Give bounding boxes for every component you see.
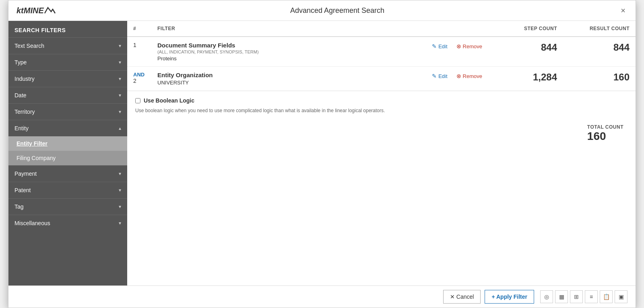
col-header-step-count: STEP COUNT <box>491 21 563 37</box>
sidebar-item-territory[interactable]: Territory ▾ <box>8 103 127 120</box>
sidebar-item-label: Patent <box>14 187 31 193</box>
sidebar-item-tag[interactable]: Tag ▾ <box>8 198 127 215</box>
sidebar-item-patent[interactable]: Patent ▾ <box>8 182 127 198</box>
boolean-section: Use Boolean Logic Use boolean logic when… <box>127 91 636 120</box>
sidebar-item-entity[interactable]: Entity ▴ <box>8 120 127 136</box>
sidebar-item-miscellaneous[interactable]: Miscellaneous ▾ <box>8 215 127 231</box>
result-count-value-2: 160 <box>613 72 630 82</box>
footer-icon-btn-4[interactable]: ≡ <box>585 290 598 303</box>
sidebar-item-label: Industry <box>14 76 35 82</box>
filter-actions-1: ✎ Edit ⊗ Remove <box>423 37 491 67</box>
content-area: # FILTER STEP COUNT RESULT COUNT 1 Do <box>127 21 636 285</box>
filters-table: # FILTER STEP COUNT RESULT COUNT 1 Do <box>127 21 636 91</box>
chevron-down-icon: ▾ <box>119 220 121 226</box>
pie-chart-icon: ◎ <box>544 294 549 300</box>
footer-icon-btn-6[interactable]: ▣ <box>615 290 627 303</box>
sidebar-item-label: Date <box>14 92 27 99</box>
remove-button-2[interactable]: ⊗ Remove <box>454 72 485 80</box>
chevron-down-icon: ▾ <box>119 171 121 177</box>
cancel-button[interactable]: ✕ Cancel <box>443 290 481 304</box>
document-icon: 📋 <box>603 294 610 300</box>
step-count-2: 1,284 <box>491 67 563 91</box>
table-icon: ⊞ <box>574 294 579 300</box>
footer-icon-btn-2[interactable]: ▦ <box>555 290 568 303</box>
modal: ktMINE Advanced Agreement Search × SEARC… <box>8 0 636 308</box>
boolean-checkbox[interactable] <box>135 98 140 103</box>
sidebar-item-payment[interactable]: Payment ▾ <box>8 165 127 182</box>
sidebar-item-label: Type <box>14 59 27 66</box>
filter-value-2: UNIVERSITY <box>157 80 417 86</box>
remove-label: Remove <box>463 73 482 79</box>
modal-body: SEARCH FILTERS Text Search ▾ Type ▾ Indu… <box>8 21 636 285</box>
remove-icon: ⊗ <box>456 43 461 49</box>
edit-label: Edit <box>438 43 447 49</box>
sidebar-title: SEARCH FILTERS <box>8 21 127 37</box>
step-count-1: 844 <box>491 37 563 67</box>
footer-icon-btn-5[interactable]: 📋 <box>600 290 613 303</box>
footer-icon-btn-3[interactable]: ⊞ <box>570 290 583 303</box>
step-count-value-2: 1,284 <box>533 72 557 82</box>
table-area: # FILTER STEP COUNT RESULT COUNT 1 Do <box>127 21 636 285</box>
chevron-up-icon: ▴ <box>119 125 121 131</box>
sidebar-item-text-search[interactable]: Text Search ▾ <box>8 37 127 54</box>
modal-footer: ✕ Cancel + Apply Filter ◎ ▦ ⊞ ≡ 📋 ▣ <box>8 285 636 308</box>
result-count-value-1: 844 <box>613 42 630 53</box>
sidebar-item-label: Territory <box>14 109 35 115</box>
sidebar-item-type[interactable]: Type ▾ <box>8 54 127 70</box>
and-connector: AND <box>133 72 145 78</box>
sidebar-item-industry[interactable]: Industry ▾ <box>8 70 127 87</box>
sidebar-item-label: Payment <box>14 170 37 177</box>
sidebar: SEARCH FILTERS Text Search ▾ Type ▾ Indu… <box>8 21 127 285</box>
total-count-value: 160 <box>587 130 623 143</box>
sidebar-item-label: Tag <box>14 203 24 210</box>
chevron-down-icon: ▾ <box>119 109 121 115</box>
chevron-down-icon: ▾ <box>119 204 121 209</box>
edit-button-1[interactable]: ✎ Edit <box>429 42 450 51</box>
chevron-down-icon: ▾ <box>119 187 121 193</box>
total-count-area: TOTAL COUNT 160 <box>127 120 636 147</box>
boolean-description: Use boolean logic when you need to use m… <box>135 107 627 114</box>
close-button[interactable]: × <box>619 6 627 15</box>
filter-name-1: Document Summary Fields <box>157 42 417 49</box>
modal-header: ktMINE Advanced Agreement Search × <box>8 0 636 21</box>
sidebar-sub-item-filing-company[interactable]: Filing Company <box>8 151 127 165</box>
footer-icon-group: ◎ ▦ ⊞ ≡ 📋 ▣ <box>540 290 627 303</box>
logo-text: ktMINE <box>17 6 44 15</box>
logo: ktMINE <box>17 4 56 16</box>
sidebar-item-date[interactable]: Date ▾ <box>8 87 127 103</box>
table-row: 1 Document Summary Fields (ALL, INDICATI… <box>127 37 636 67</box>
remove-button-1[interactable]: ⊗ Remove <box>454 42 485 51</box>
sidebar-item-label: Entity <box>14 125 29 131</box>
sidebar-sub-item-entity-filter[interactable]: Entity Filter <box>8 136 127 151</box>
apply-filter-button[interactable]: + Apply Filter <box>485 290 534 304</box>
filter-name-2: Entity Organization <box>157 72 417 78</box>
boolean-label-text: Use Boolean Logic <box>144 97 194 104</box>
step-count-value-1: 844 <box>541 42 557 53</box>
col-header-filter: FILTER <box>151 21 423 37</box>
filter-number-2: AND 2 <box>127 67 151 91</box>
edit-button-2[interactable]: ✎ Edit <box>429 72 450 80</box>
filter-value-1: Proteins <box>157 55 417 62</box>
edit-icon: ✎ <box>432 73 437 79</box>
footer-icon-btn-1[interactable]: ◎ <box>540 290 553 303</box>
sidebar-item-label: Text Search <box>14 43 44 49</box>
sidebar-sub-item-label: Entity Filter <box>17 140 47 147</box>
bar-chart-icon: ▦ <box>559 294 564 300</box>
logo-icon <box>44 4 56 16</box>
sidebar-sub-item-label: Filing Company <box>17 155 56 161</box>
result-count-1: 844 <box>563 37 636 67</box>
chevron-down-icon: ▾ <box>119 76 121 82</box>
remove-icon: ⊗ <box>456 73 461 79</box>
chevron-down-icon: ▾ <box>119 60 121 65</box>
table-row: AND 2 Entity Organization UNIVERSITY <box>127 67 636 91</box>
chevron-down-icon: ▾ <box>119 43 121 49</box>
col-header-number: # <box>127 21 151 37</box>
list-icon: ≡ <box>590 294 593 300</box>
filter-details-2: Entity Organization UNIVERSITY <box>151 67 423 91</box>
edit-icon: ✎ <box>432 43 437 49</box>
col-header-actions <box>423 21 491 37</box>
col-header-result-count: RESULT COUNT <box>563 21 636 37</box>
boolean-label[interactable]: Use Boolean Logic <box>135 97 627 104</box>
filter-number-1: 1 <box>127 37 151 67</box>
modal-title: Advanced Agreement Search <box>56 6 619 15</box>
